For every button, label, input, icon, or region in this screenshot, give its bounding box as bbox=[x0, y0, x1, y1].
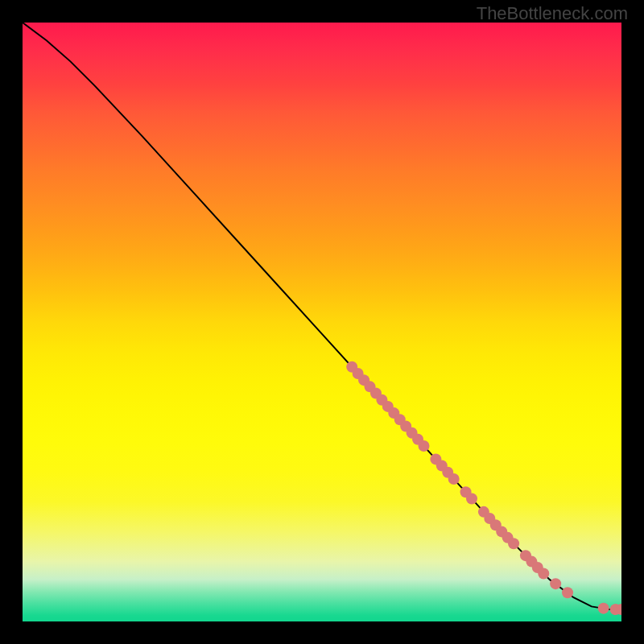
data-marker bbox=[466, 493, 477, 504]
plot-area bbox=[23, 23, 621, 621]
data-marker bbox=[598, 603, 609, 614]
data-marker bbox=[448, 473, 460, 485]
chart-overlay bbox=[23, 23, 621, 621]
watermark-text: TheBottleneck.com bbox=[477, 3, 628, 24]
data-marker bbox=[538, 568, 549, 579]
data-marker bbox=[562, 587, 573, 598]
curve-layer bbox=[23, 23, 621, 609]
data-marker bbox=[508, 538, 519, 549]
bottleneck-curve bbox=[23, 23, 621, 609]
markers-layer bbox=[346, 361, 621, 615]
data-marker bbox=[418, 440, 429, 452]
chart-container: TheBottleneck.com bbox=[0, 0, 644, 644]
data-marker bbox=[550, 578, 561, 589]
